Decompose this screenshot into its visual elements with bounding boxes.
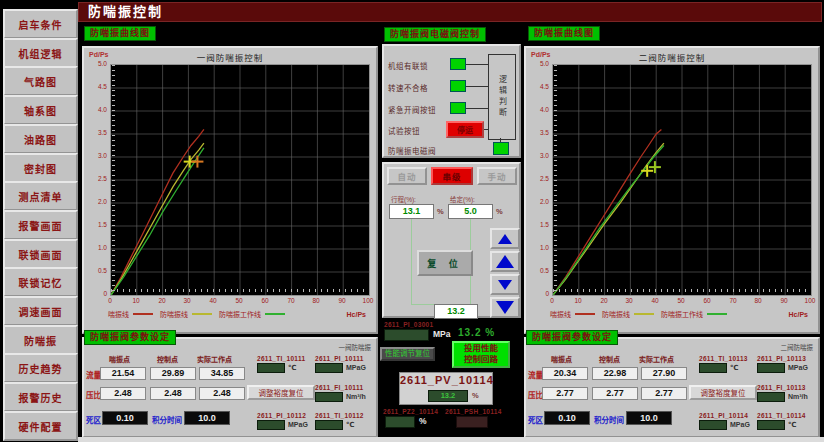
instrument-value-box [757, 420, 785, 430]
deadband-value-box[interactable]: 0.10 [544, 411, 590, 425]
integral-time-value-box[interactable]: 10.0 [184, 411, 230, 425]
y-tick-label: 2.0 [527, 198, 549, 205]
y-tick-label: 2.5 [85, 175, 107, 182]
param-value-box[interactable]: 29.89 [150, 367, 196, 380]
sidebar-item-11[interactable]: 防喘振 [3, 325, 78, 355]
legend-label: 防喘振线 [602, 309, 630, 319]
hmi-root: 启车条件机组逻辑气路图轴系图油路图密封图测点清单报警画面联锁画面联锁记忆调速画面… [0, 0, 824, 442]
instrument-tag: 2611_FI_10111 [315, 384, 363, 391]
wire-line [466, 108, 488, 109]
row-label: 流量 [86, 369, 101, 380]
x-tick-label: 70 [283, 297, 299, 304]
param-value-box[interactable]: 2.48 [199, 387, 245, 400]
pv-label: 行程(%): [391, 194, 416, 204]
decrement-button[interactable] [490, 274, 520, 295]
param-value-box[interactable]: 21.54 [100, 367, 146, 380]
chart-legend: 喘振线防喘振线防喘振工作线Hc/Ps [108, 309, 370, 319]
panel-corner-label: 一阀防喘振 [339, 342, 372, 352]
enable-performance-loop-button[interactable]: 投用性能 控制回路 [452, 341, 510, 368]
solenoid-panel-title: 防喘振阀电磁阀控制 [384, 27, 486, 42]
output-percent-readout: 13.2 % [458, 327, 495, 338]
legend-item: 喘振线 [550, 309, 595, 319]
param-value-box[interactable]: 2.77 [542, 387, 588, 400]
cascade-mode-button[interactable]: 串级 [431, 167, 473, 185]
sp-value-input[interactable]: 5.0 [448, 204, 493, 219]
param-value-box[interactable]: 2.48 [150, 387, 196, 400]
sidebar-item-1[interactable]: 机组逻辑 [3, 38, 78, 68]
y-tick-label: 3.0 [527, 152, 549, 159]
y-tick-label: 2.0 [85, 198, 107, 205]
x-tick-label: 90 [334, 297, 350, 304]
instrument-value-box [257, 420, 285, 430]
x-tick-label: 10 [570, 297, 586, 304]
increment-fast-button[interactable] [490, 251, 520, 272]
instrument-value-box [699, 420, 727, 430]
bottom-strip [78, 437, 824, 442]
legend-swatch [192, 313, 212, 315]
legend-swatch [575, 313, 595, 315]
output-value-box: 13.2 [434, 304, 478, 319]
param-value-box[interactable]: 2.77 [641, 387, 687, 400]
auto-mode-button[interactable]: 自动 [387, 167, 427, 185]
instrument-unit: MPaG [788, 364, 808, 371]
y-tick-label: 5.0 [527, 60, 549, 67]
sidebar-item-12[interactable]: 历史趋势 [3, 353, 78, 383]
y-tick-label: 1.5 [527, 221, 549, 228]
sidebar-item-14[interactable]: 硬件配置 [3, 411, 78, 441]
x-tick-label: 50 [231, 297, 247, 304]
adjust-margin-reset-button[interactable]: 调整裕度复位 [247, 385, 315, 400]
sidebar-item-3[interactable]: 轴系图 [3, 95, 78, 125]
param-value-box[interactable]: 22.98 [592, 367, 638, 380]
sidebar-item-8[interactable]: 联锁画面 [3, 239, 78, 269]
deadband-value-box[interactable]: 0.10 [102, 411, 148, 425]
instrument-value-box [315, 392, 343, 402]
deadband-label: 死区 [86, 414, 101, 425]
arrow-down-icon [498, 280, 512, 290]
x-axis-unit-label: Hc/Ps [789, 311, 808, 318]
pv-value-box: 13.2 [428, 390, 468, 402]
reset-button[interactable]: 复 位 [417, 250, 473, 276]
integral-time-value-box[interactable]: 10.0 [626, 411, 672, 425]
title-bar: 防喘振控制 [78, 2, 822, 22]
sidebar-item-7[interactable]: 报警画面 [3, 210, 78, 240]
enable-button-line2: 控制回路 [454, 354, 508, 365]
instrument-tag: 2611_TI_10114 [757, 412, 806, 419]
sidebar-item-4[interactable]: 油路图 [3, 124, 78, 154]
legend-swatch [634, 313, 654, 315]
y-tick-label: 3.0 [85, 152, 107, 159]
increment-button[interactable] [490, 228, 520, 249]
sidebar-item-10[interactable]: 调速画面 [3, 296, 78, 326]
enable-button-line1: 投用性能 [454, 343, 508, 354]
param-value-box[interactable]: 2.48 [100, 387, 146, 400]
sidebar-item-5[interactable]: 密封图 [3, 153, 78, 183]
param-panel-second-valve: 二阀防喘振喘振点控制点实际工作点流量20.3422.9827.90压比2.772… [524, 337, 820, 438]
chart-title: 一阀防喘振控制 [84, 51, 376, 63]
pi-unit: MPa [433, 329, 450, 339]
decrement-fast-button[interactable] [490, 297, 520, 318]
sidebar-item-2[interactable]: 气路图 [3, 66, 78, 96]
deadband-label: 死区 [528, 414, 543, 425]
param-value-box[interactable]: 27.90 [641, 367, 687, 380]
param-value-box[interactable]: 20.34 [542, 367, 588, 380]
pv-value-box: 13.1 [389, 204, 434, 219]
manual-mode-button[interactable]: 手动 [477, 167, 517, 185]
sidebar-item-6[interactable]: 测点清单 [3, 181, 78, 211]
sidebar-item-13[interactable]: 报警历史 [3, 382, 78, 412]
param-value-box[interactable]: 34.85 [199, 367, 245, 380]
performance-reset-button[interactable]: 性能调节复位 [380, 347, 435, 361]
param-value-box[interactable]: 2.77 [592, 387, 638, 400]
instrument-tag: 2611_FI_10113 [757, 384, 806, 391]
sidebar-item-0[interactable]: 启车条件 [3, 9, 78, 39]
instrument-tag: 2611_TI_10111 [257, 355, 305, 362]
x-tick-label: 80 [308, 297, 324, 304]
y-tick-label: 3.5 [527, 129, 549, 136]
y-tick-label: 0 [527, 290, 549, 297]
instrument-unit: MPaG [288, 421, 308, 428]
curve-section-label-left: 防喘振曲线图 [84, 26, 156, 41]
adjust-margin-reset-button[interactable]: 调整裕度复位 [689, 385, 757, 400]
x-tick-label: 0 [544, 297, 560, 304]
status-indicator-green [450, 58, 466, 70]
instrument-value-box [757, 363, 785, 373]
sidebar-item-9[interactable]: 联锁记忆 [3, 267, 78, 297]
pv-tag: 2611_PV_10114 [400, 374, 492, 386]
